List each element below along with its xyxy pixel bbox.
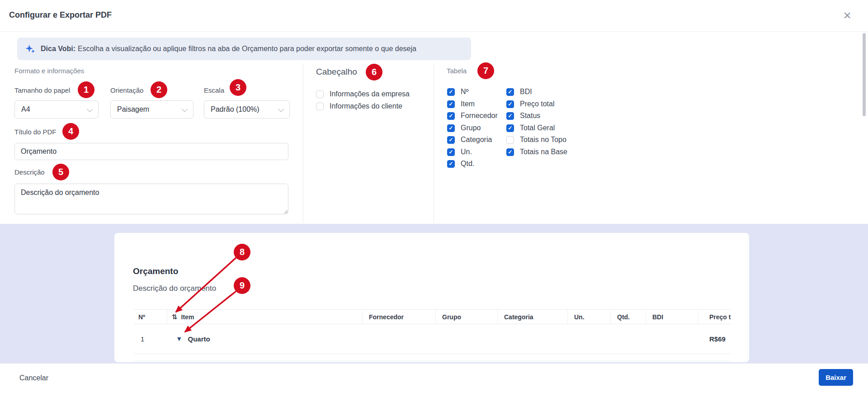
section-divider <box>434 63 434 223</box>
checkbox-un[interactable]: Un. <box>447 148 472 156</box>
checkbox-label: Categoria <box>461 136 492 144</box>
checkbox-label: Totais no Topo <box>520 136 566 144</box>
checkbox-grupo[interactable]: Grupo <box>447 124 481 132</box>
modal-title: Configurar e Exportar PDF <box>9 10 112 20</box>
download-button[interactable]: Baixar <box>819 369 853 386</box>
column-header-num: Nº <box>134 310 167 324</box>
checkbox-icon[interactable] <box>506 148 514 156</box>
sort-icon[interactable]: ⇅ <box>172 313 178 321</box>
scrollbar-thumb[interactable] <box>863 33 866 116</box>
checkbox-label: Totais na Base <box>520 148 567 156</box>
checkbox-icon[interactable] <box>506 124 514 132</box>
next-row-border <box>134 361 731 361</box>
checkbox-num[interactable]: Nº <box>447 88 468 96</box>
preview-subtitle: Descrição do orçamento <box>133 284 216 293</box>
expand-row-icon[interactable]: ▼ <box>177 336 181 342</box>
checkbox-icon[interactable] <box>447 112 455 120</box>
checkbox-icon[interactable] <box>447 136 455 144</box>
tip-text-bold: Dica Vobi: <box>41 45 75 52</box>
annotation-badge-7: 7 <box>477 62 494 79</box>
checkbox-label: Nº <box>461 88 468 96</box>
row-price: R$69 <box>698 335 731 343</box>
column-header-fornecedor: Fornecedor <box>363 310 436 324</box>
checkbox-label: Informações da empresa <box>330 90 410 98</box>
checkbox-icon[interactable] <box>447 88 455 96</box>
column-header-bdi: BDI <box>646 310 698 324</box>
checkbox-status[interactable]: Status <box>506 112 540 120</box>
row-item-name: Quarto <box>188 335 210 343</box>
orientation-value: Paisagem <box>117 105 149 114</box>
checkbox-totais-topo[interactable]: Totais no Topo <box>506 136 566 144</box>
checkbox-totais-base[interactable]: Totais na Base <box>506 148 567 156</box>
format-section-heading: Formato e informações <box>14 67 84 75</box>
pdf-title-label: Título do PDF <box>14 128 57 136</box>
orientation-select[interactable]: Paisagem <box>110 100 193 118</box>
tip-text: Dica Vobi:Escolha a visualização ou apli… <box>41 45 416 53</box>
annotation-badge-8: 8 <box>234 244 250 260</box>
orientation-label: Orientação <box>110 86 143 94</box>
checkbox-company-info[interactable]: Informações da empresa <box>316 90 410 98</box>
table-section-heading: Tabela <box>447 67 467 75</box>
description-label: Descrição <box>14 168 45 176</box>
paper-size-label: Tamanho do papel <box>14 86 70 94</box>
row-number: 1 <box>134 335 167 343</box>
paper-size-value: A4 <box>21 105 30 114</box>
scale-select[interactable]: Padrão (100%) <box>204 100 290 118</box>
annotation-badge-6: 6 <box>366 64 382 80</box>
column-header-grupo: Grupo <box>436 310 498 324</box>
preview-table-header: Nº ⇅ Item Fornecedor Grupo Categoria Un.… <box>134 309 731 324</box>
checkbox-categoria[interactable]: Categoria <box>447 136 492 144</box>
modal-footer: Cancelar Baixar <box>0 363 868 393</box>
column-header-item: ⇅ Item <box>167 310 363 324</box>
row-item-cell: ▼ Quarto <box>167 335 363 343</box>
column-header-categoria: Categoria <box>498 310 568 324</box>
checkbox-icon[interactable] <box>447 100 455 108</box>
checkbox-icon[interactable] <box>447 160 455 168</box>
pdf-title-input[interactable] <box>14 143 288 160</box>
preview-table: Nº ⇅ Item Fornecedor Grupo Categoria Un.… <box>134 309 731 361</box>
checkbox-icon[interactable] <box>506 100 514 108</box>
annotation-badge-5: 5 <box>52 164 69 180</box>
column-header-qtd: Qtd. <box>611 310 646 324</box>
checkbox-total-geral[interactable]: Total Geral <box>506 124 555 132</box>
checkbox-preco-total[interactable]: Preço total <box>506 100 554 108</box>
checkbox-fornecedor[interactable]: Fornecedor <box>447 112 498 120</box>
tip-banner: Dica Vobi:Escolha a visualização ou apli… <box>17 38 471 60</box>
checkbox-label: Item <box>461 100 475 108</box>
preview-title: Orçamento <box>133 266 178 276</box>
scale-value: Padrão (100%) <box>211 105 259 114</box>
column-header-un: Un. <box>568 310 611 324</box>
sparkle-icon <box>25 44 35 54</box>
checkbox-icon[interactable] <box>506 88 514 96</box>
checkbox-icon[interactable] <box>506 136 514 144</box>
checkbox-label: Qtd. <box>461 160 474 168</box>
checkbox-item[interactable]: Item <box>447 100 475 108</box>
close-icon[interactable]: × <box>838 6 856 24</box>
description-textarea[interactable]: Descrição do orçamento <box>14 184 288 214</box>
chevron-down-icon <box>87 106 93 112</box>
checkbox-icon[interactable] <box>447 148 455 156</box>
tip-text-body: Escolha a visualização ou aplique filtro… <box>78 45 416 52</box>
checkbox-qtd[interactable]: Qtd. <box>447 160 474 168</box>
cancel-button[interactable]: Cancelar <box>19 374 48 382</box>
checkbox-label: BDI <box>520 88 532 96</box>
pdf-preview-area: Orçamento Descrição do orçamento Nº ⇅ It… <box>0 224 868 363</box>
checkbox-bdi[interactable]: BDI <box>506 88 532 96</box>
checkbox-label: Preço total <box>520 100 554 108</box>
modal-header: Configurar e Exportar PDF × <box>0 0 868 32</box>
pdf-preview-card: Orçamento Descrição do orçamento Nº ⇅ It… <box>114 233 749 362</box>
checkbox-client-info[interactable]: Informações do cliente <box>316 102 402 110</box>
checkbox-label: Un. <box>461 148 472 156</box>
checkbox-label: Fornecedor <box>461 112 498 120</box>
chevron-down-icon <box>278 106 284 112</box>
scale-label: Escala <box>204 86 224 94</box>
checkbox-label: Informações do cliente <box>330 102 402 110</box>
chevron-down-icon <box>182 106 188 112</box>
annotation-badge-4: 4 <box>62 123 79 140</box>
checkbox-icon[interactable] <box>447 124 455 132</box>
checkbox-icon[interactable] <box>316 103 324 110</box>
paper-size-select[interactable]: A4 <box>14 100 99 118</box>
checkbox-icon[interactable] <box>316 90 324 98</box>
section-divider <box>303 63 303 223</box>
checkbox-icon[interactable] <box>506 112 514 120</box>
